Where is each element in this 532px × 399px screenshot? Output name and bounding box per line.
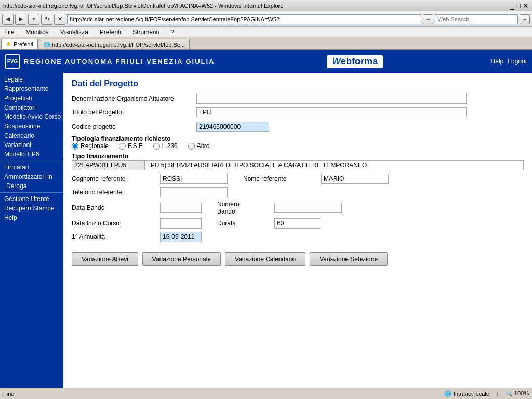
titolo-input[interactable]	[196, 107, 467, 117]
sidebar-item-progettisti[interactable]: Progettisti	[0, 94, 63, 103]
inizio-durata-row: Data Inizio Corso Durata	[72, 218, 524, 229]
annualita-row: 1° Annualità	[72, 232, 524, 242]
tab-preferiti[interactable]: ★ Preferiti	[1, 39, 38, 49]
radio-regionale-input[interactable]	[72, 143, 78, 150]
tab-preferiti-label: Preferiti	[14, 41, 33, 47]
numero-bando-input[interactable]	[274, 203, 342, 213]
menu-strumenti[interactable]: Strumenti	[130, 28, 161, 36]
status-text: Fine	[3, 391, 444, 397]
durata-input[interactable]	[274, 218, 321, 229]
sidebar-item-rappresentante[interactable]: Rappresentante	[0, 84, 63, 94]
codice-input[interactable]	[196, 122, 269, 132]
sidebar-item-sospensione[interactable]: Sospensione	[0, 122, 63, 131]
annualita-input[interactable]	[160, 232, 202, 242]
nome-input[interactable]	[321, 174, 389, 184]
app-header: FVG REGIONE AUTONOMA FRIULI VENEZIA GIUL…	[0, 50, 532, 73]
sidebar-item-modello-fp6[interactable]: Modello FP6	[0, 150, 63, 159]
globe-icon: 🌐	[444, 390, 451, 397]
radio-fse-input[interactable]	[119, 143, 126, 150]
header-help-link[interactable]: Help	[491, 58, 504, 65]
cognome-input[interactable]	[160, 174, 228, 184]
data-bando-input[interactable]	[160, 203, 202, 213]
region-name: REGIONE AUTONOMA FRIULI VENEZIA GIULIA	[24, 58, 215, 65]
tipo-desc-input[interactable]	[144, 160, 524, 170]
browser-title: http://cdc-siar-net.regione.fvg.it/FOP/s…	[3, 3, 285, 9]
sidebar-item-deroga[interactable]: Deroga	[0, 181, 63, 191]
menu-preferiti[interactable]: Preferiti	[98, 28, 123, 36]
sidebar-item-ammortizzatori[interactable]: Ammortizzatori in	[0, 172, 63, 181]
radio-regionale-label: Regionale	[81, 142, 109, 150]
variazione-allievi-btn[interactable]: Variazione Allievi	[72, 252, 138, 266]
radio-regionale: Regionale	[72, 142, 109, 150]
browser-titlebar: http://cdc-siar-net.regione.fvg.it/FOP/s…	[0, 0, 532, 11]
close-btn[interactable]: ✕	[523, 2, 529, 10]
codice-label: Codice progetto	[72, 123, 196, 130]
data-inizio-label: Data Inizio Corso	[72, 220, 144, 227]
data-bando-label: Data Bando	[72, 204, 144, 211]
stop-btn[interactable]: ✕	[54, 14, 65, 25]
tabs-bar: ★ Preferiti 🌐 http://cdc-siar-net.region…	[0, 37, 532, 50]
tipologia-label: Tipologia finanziamento richiesto	[72, 135, 170, 142]
telefono-label: Telefono referente	[72, 189, 144, 196]
sidebar-item-recupero-stampe[interactable]: Recupero Stampe	[0, 204, 63, 213]
sidebar-item-gestione-utente[interactable]: Gestione Utente	[0, 194, 63, 204]
sidebar-item-variazioni[interactable]: Variazioni	[0, 140, 63, 150]
sidebar: Legale Rappresentante Progettisti Compil…	[0, 73, 63, 388]
radio-altro-label: Altro	[197, 142, 210, 150]
denominazione-input[interactable]	[196, 94, 467, 104]
menu-help[interactable]: ?	[169, 28, 177, 36]
search-go-btn[interactable]: →	[520, 14, 530, 24]
sidebar-separator	[0, 161, 63, 161]
radio-fse-label: F.S.E	[128, 142, 143, 150]
sidebar-item-firmatari[interactable]: Firmatari	[0, 163, 63, 172]
go-btn[interactable]: →	[423, 14, 433, 24]
region-logo-icon: FVG	[5, 54, 20, 69]
tipologia-section: Tipologia finanziamento richiesto Region…	[72, 135, 524, 150]
bando-row: Data Bando Numero Bando	[72, 201, 524, 215]
telefono-row: Telefono referente	[72, 187, 524, 197]
zoom-icon: 🔍	[506, 390, 513, 396]
intranet-label: Intranet locale	[454, 391, 489, 397]
variazione-calendario-btn[interactable]: Variazione Calendario	[225, 252, 305, 266]
sidebar-item-compilatori[interactable]: Compilatori	[0, 103, 63, 112]
tipo-row	[72, 160, 524, 170]
menu-modifica[interactable]: Modifica	[23, 28, 51, 36]
tipo-label: Tipo finanziamento	[72, 153, 128, 160]
dropdown-btn[interactable]: ▼	[28, 14, 39, 25]
tipo-code-input[interactable]	[72, 160, 144, 170]
menu-bar: File Modifica Visualizza Preferiti Strum…	[0, 27, 532, 37]
variazione-selezione-btn[interactable]: Variazione Selezione	[310, 252, 388, 266]
search-input[interactable]	[435, 14, 518, 24]
maximize-btn[interactable]: □	[516, 2, 521, 10]
back-btn[interactable]: ◀	[2, 14, 14, 25]
data-inizio-input[interactable]	[160, 218, 202, 229]
numero-bando-label: Numero Bando	[217, 201, 259, 215]
sidebar-item-calendario[interactable]: Calendario	[0, 131, 63, 140]
address-bar[interactable]	[67, 14, 421, 24]
sidebar-item-legale[interactable]: Legale	[0, 75, 63, 84]
svg-text:FVG: FVG	[7, 59, 18, 64]
logo-region: FVG REGIONE AUTONOMA FRIULI VENEZIA GIUL…	[5, 54, 491, 69]
radio-l236-input[interactable]	[153, 143, 160, 150]
cognome-nome-row: Cognome referente Nome referente	[72, 174, 524, 184]
radio-fse: F.S.E	[119, 142, 143, 150]
tipo-section: Tipo finanziamento	[72, 153, 524, 170]
radio-altro-input[interactable]	[188, 143, 195, 150]
sidebar-item-help[interactable]: Help	[0, 213, 63, 222]
cognome-label: Cognome referente	[72, 175, 144, 182]
radio-altro: Altro	[188, 142, 210, 150]
tab-page[interactable]: 🌐 http://cdc-siar-net.regione.fvg.it/FOP…	[39, 39, 190, 49]
telefono-input[interactable]	[160, 187, 228, 197]
variazione-personale-btn[interactable]: Variazione Personale	[142, 252, 221, 266]
browser-toolbar: ◀ ▶ ▼ ↻ ✕ → →	[0, 11, 532, 27]
menu-visualizza[interactable]: Visualizza	[58, 28, 90, 36]
minimize-btn[interactable]: _	[510, 2, 514, 10]
refresh-btn[interactable]: ↻	[41, 14, 52, 25]
header-logout-link[interactable]: Logout	[508, 58, 527, 65]
radio-l236: L.236	[153, 142, 178, 150]
radio-l236-label: L.236	[162, 142, 178, 150]
menu-file[interactable]: File	[2, 28, 16, 36]
sidebar-item-modello-avvio[interactable]: Modello Avvio Corso	[0, 112, 63, 122]
forward-btn[interactable]: ▶	[15, 14, 26, 25]
denominazione-label: Denominazione Organismo Attuatore	[72, 95, 196, 102]
